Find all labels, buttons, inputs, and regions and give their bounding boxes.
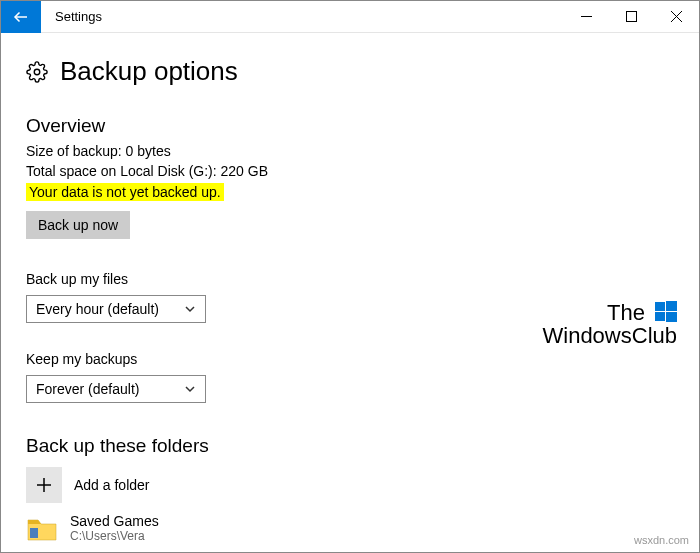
svg-point-5: [34, 69, 40, 75]
page-title-row: Backup options: [26, 56, 674, 87]
maximize-button[interactable]: [609, 1, 654, 33]
folder-text: Saved Games C:\Users\Vera: [70, 513, 159, 543]
backup-status-text: Your data is not yet backed up.: [26, 183, 224, 201]
arrow-left-icon: [12, 8, 30, 26]
back-button[interactable]: [1, 1, 41, 33]
plus-icon: [35, 476, 53, 494]
svg-rect-10: [666, 301, 677, 311]
folder-icon: [26, 513, 58, 543]
add-folder-row[interactable]: Add a folder: [26, 467, 674, 503]
overview-header: Overview: [26, 115, 674, 137]
source-watermark: wsxdn.com: [634, 534, 689, 546]
folder-list-item[interactable]: Saved Games C:\Users\Vera: [26, 513, 674, 543]
add-folder-label: Add a folder: [74, 477, 150, 493]
backup-frequency-value: Every hour (default): [36, 301, 159, 317]
chevron-down-icon: [184, 383, 196, 395]
add-folder-button[interactable]: [26, 467, 62, 503]
backup-now-button[interactable]: Back up now: [26, 211, 130, 239]
window-title: Settings: [41, 9, 102, 24]
page-title: Backup options: [60, 56, 238, 87]
svg-rect-11: [655, 312, 665, 321]
watermark-line2: WindowsClub: [543, 323, 678, 348]
chevron-down-icon: [184, 303, 196, 315]
content-area: Backup options Overview Size of backup: …: [1, 33, 699, 552]
svg-rect-2: [627, 12, 637, 22]
folder-path: C:\Users\Vera: [70, 529, 159, 543]
close-icon: [671, 11, 682, 22]
retention-select[interactable]: Forever (default): [26, 375, 206, 403]
backup-frequency-select[interactable]: Every hour (default): [26, 295, 206, 323]
watermark: The WindowsClub: [543, 301, 678, 347]
minimize-button[interactable]: [564, 1, 609, 33]
backup-frequency-label: Back up my files: [26, 271, 674, 287]
close-button[interactable]: [654, 1, 699, 33]
svg-rect-8: [30, 528, 38, 538]
titlebar: Settings: [1, 1, 699, 33]
windows-logo-icon: [655, 301, 677, 323]
folder-name: Saved Games: [70, 513, 159, 529]
gear-icon: [26, 61, 48, 83]
maximize-icon: [626, 11, 637, 22]
backup-size-text: Size of backup: 0 bytes: [26, 143, 674, 159]
total-space-text: Total space on Local Disk (G:): 220 GB: [26, 163, 674, 179]
settings-window: Settings Backup options Overview Size of…: [0, 0, 700, 553]
folders-header: Back up these folders: [26, 435, 674, 457]
retention-value: Forever (default): [36, 381, 139, 397]
backup-status-row: Your data is not yet backed up.: [26, 183, 674, 201]
svg-rect-9: [655, 302, 665, 311]
watermark-line1: The: [607, 300, 645, 325]
svg-rect-12: [666, 312, 677, 322]
minimize-icon: [581, 11, 592, 22]
retention-label: Keep my backups: [26, 351, 674, 367]
